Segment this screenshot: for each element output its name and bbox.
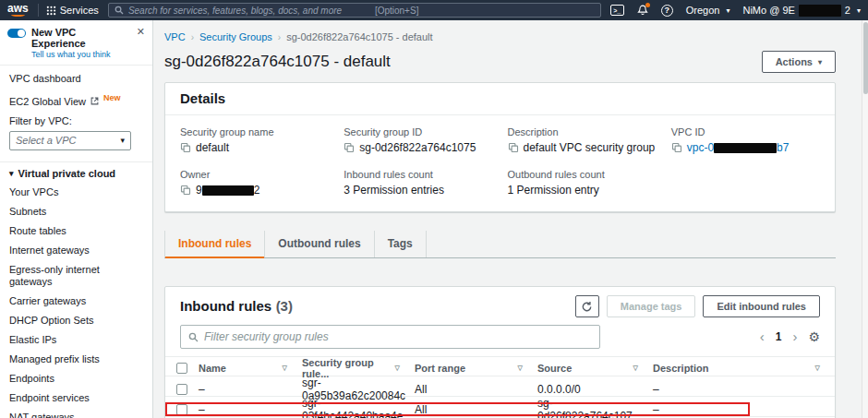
- aws-smile-icon: [11, 13, 25, 17]
- scrollbar-thumb[interactable]: [863, 22, 868, 94]
- sidebar-item-dhcp-option-sets[interactable]: DHCP Option Sets: [0, 311, 152, 330]
- page-number[interactable]: 1: [776, 330, 782, 343]
- services-grid-icon: [46, 6, 56, 16]
- field-label: Owner: [180, 169, 329, 180]
- details-card: Details Security group name default Secu…: [164, 82, 836, 212]
- preferences-gear-icon[interactable]: ⚙: [808, 330, 820, 343]
- inbound-rules-title-text: Inbound rules: [180, 298, 271, 314]
- sidebar-item-nat-gateways[interactable]: NAT gateways: [0, 408, 152, 418]
- field-label: Outbound rules count: [508, 169, 657, 180]
- sidebar-item-endpoint-services[interactable]: Endpoint services: [0, 388, 152, 408]
- field-inbound-rules-count: Inbound rules count 3 Permission entries: [344, 169, 492, 197]
- vpc-select-dropdown[interactable]: Select a VPC ▾: [9, 131, 131, 150]
- sidebar-item-egress-only-internet-gateways[interactable]: Egress-only internet gateways: [0, 260, 120, 292]
- actions-button[interactable]: Actions ▾: [762, 51, 836, 73]
- global-search-input[interactable]: [128, 6, 370, 16]
- column-header-name[interactable]: Name ▽: [199, 363, 302, 374]
- sidebar-item-subnets[interactable]: Subnets: [0, 202, 152, 221]
- row-checkbox[interactable]: [176, 404, 187, 415]
- field-label: Description: [508, 126, 657, 137]
- close-icon[interactable]: ✕: [137, 27, 145, 37]
- sidebar-item-route-tables[interactable]: Route tables: [0, 221, 152, 241]
- global-search-bar[interactable]: [Option+S]: [108, 3, 601, 18]
- sort-icon[interactable]: ▽: [633, 364, 638, 372]
- sidebar-item-label: EC2 Global View: [9, 96, 86, 107]
- page-scrollbar[interactable]: [862, 20, 868, 418]
- previous-page-button[interactable]: ‹: [760, 330, 765, 343]
- edit-inbound-rules-button[interactable]: Edit inbound rules: [703, 295, 820, 317]
- field-empty: [671, 169, 820, 197]
- copy-icon[interactable]: [180, 142, 191, 153]
- new-experience-toggle[interactable]: [7, 29, 26, 38]
- chevron-down-icon: ▾: [120, 136, 125, 145]
- cell-name: –: [199, 383, 302, 396]
- chevron-down-icon: ▾: [726, 6, 729, 15]
- manage-tags-button[interactable]: Manage tags: [607, 295, 696, 317]
- external-link-icon: [90, 97, 99, 105]
- cloudshell-button[interactable]: >_: [610, 5, 624, 16]
- nav-divider: [38, 4, 39, 17]
- account-menu[interactable]: NiMo @ 9E 2 ▾: [742, 5, 861, 17]
- rules-filter-box[interactable]: [180, 325, 600, 349]
- new-badge: New: [103, 93, 121, 102]
- breadcrumb-security-groups[interactable]: Security Groups: [199, 31, 272, 42]
- column-label: Port range: [415, 363, 465, 374]
- sidebar-item-your-vpcs[interactable]: Your VPCs: [0, 183, 152, 202]
- sort-icon[interactable]: ▽: [283, 364, 287, 372]
- field-outbound-rules-count: Outbound rules count 1 Permission entry: [508, 169, 657, 197]
- sort-icon[interactable]: ▽: [518, 364, 523, 372]
- sidebar-item-internet-gateways[interactable]: Internet gateways: [0, 241, 152, 260]
- copy-icon[interactable]: [344, 142, 355, 153]
- banner-feedback-link[interactable]: Tell us what you think: [31, 50, 131, 59]
- filter-by-vpc-label: Filter by VPC:: [9, 115, 143, 126]
- column-header-source[interactable]: Source ▽: [537, 363, 653, 374]
- redaction-box: [202, 185, 254, 196]
- region-selector[interactable]: Oregon ▾: [686, 5, 730, 16]
- tab-tags[interactable]: Tags: [374, 231, 427, 257]
- next-page-button[interactable]: ›: [792, 330, 797, 343]
- row-checkbox[interactable]: [176, 384, 187, 395]
- sidebar-item-managed-prefix-lists[interactable]: Managed prefix lists: [0, 350, 152, 369]
- vpc-id-link[interactable]: vpc-0b7: [687, 141, 790, 154]
- rules-filter-input[interactable]: [204, 330, 592, 343]
- column-header-description[interactable]: Description ▽: [653, 363, 835, 374]
- sidebar-item-carrier-gateways[interactable]: Carrier gateways: [0, 292, 152, 311]
- tab-inbound-rules[interactable]: Inbound rules: [164, 231, 264, 257]
- services-menu-button[interactable]: Services: [46, 5, 99, 16]
- field-value: vpc-0b7: [671, 141, 820, 154]
- vpc-id-prefix: vpc-0: [687, 141, 714, 154]
- sort-icon[interactable]: ▽: [815, 364, 820, 372]
- owner-suffix: 2: [254, 184, 260, 197]
- sidebar-item-ec2-global-view[interactable]: EC2 Global View New: [0, 89, 152, 112]
- sidebar-item-elastic-ips[interactable]: Elastic IPs: [0, 330, 152, 350]
- copy-icon[interactable]: [180, 185, 191, 196]
- column-label: Source: [537, 363, 572, 374]
- column-label: Description: [653, 363, 709, 374]
- help-button[interactable]: ?: [661, 5, 673, 17]
- pagination: ‹ 1 › ⚙: [760, 330, 820, 343]
- notifications-button[interactable]: [637, 5, 648, 16]
- redaction-box: [799, 5, 841, 17]
- field-owner: Owner 92: [180, 169, 329, 197]
- inbound-rules-card: Inbound rules (3) Manage tags Edit inbou…: [164, 286, 836, 418]
- refresh-button[interactable]: [575, 295, 599, 317]
- copy-icon[interactable]: [508, 142, 519, 153]
- header-checkbox-cell: [165, 363, 199, 374]
- aws-logo[interactable]: aws: [7, 4, 29, 17]
- field-label: Security group ID: [344, 126, 492, 137]
- tab-outbound-rules[interactable]: Outbound rules: [264, 231, 373, 257]
- sidebar-item-vpc-dashboard[interactable]: VPC dashboard: [0, 69, 152, 89]
- field-security-group-id: Security group ID sg-0d26f822a764c1075: [344, 126, 492, 154]
- section-virtual-private-cloud[interactable]: ▾ Virtual private cloud: [0, 161, 152, 183]
- copy-icon[interactable]: [671, 142, 682, 153]
- column-header-port-range[interactable]: Port range ▽: [415, 363, 537, 374]
- breadcrumb-vpc[interactable]: VPC: [164, 31, 186, 42]
- sidebar-item-endpoints[interactable]: Endpoints: [0, 369, 152, 388]
- vpc-id-suffix: b7: [777, 141, 789, 154]
- select-all-checkbox[interactable]: [176, 363, 187, 374]
- refresh-icon: [581, 301, 593, 313]
- field-text: 3 Permission entries: [344, 184, 444, 197]
- vpc-sidebar: New VPC Experience Tell us what you thin…: [0, 20, 153, 418]
- sort-icon[interactable]: ▽: [395, 364, 400, 372]
- nav-right: >_ ? Oregon ▾ NiMo @ 9E 2 ▾: [610, 5, 861, 17]
